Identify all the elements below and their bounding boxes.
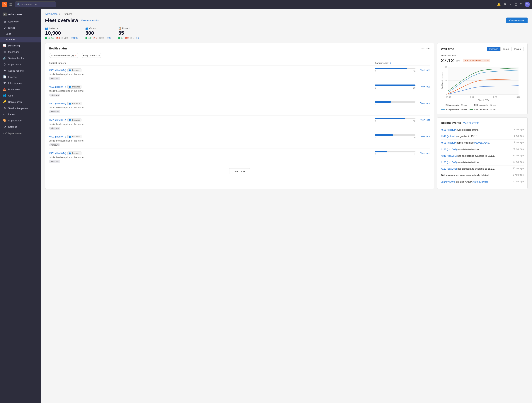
sidebar-item-settings[interactable]: ⚙ Settings [0,124,41,130]
sidebar-item-deploy-keys[interactable]: 🔑 Deploy keys [0,99,41,105]
instance-online: 10,200 [45,37,54,39]
idle-circle-icon [99,37,101,39]
help-icon[interactable]: ? [520,3,522,6]
breadcrumb-separator: / [59,12,60,15]
stats-row: 👥 Instance 10,900 10,200 ✕ 3 700 [45,27,528,39]
view-all-events-link[interactable]: View all events [463,122,479,124]
view-jobs-link[interactable]: View jobs [420,135,430,138]
notifications-icon[interactable]: 🔔 [497,3,501,6]
event-runner-link[interactable]: #341 (xciuvdL) [441,155,457,157]
user-avatar[interactable]: JS [525,2,530,7]
legend-99th-line [469,109,473,110]
legend-99th-value: 57 sec [490,108,496,111]
view-runners-link[interactable]: View runners list [81,19,99,22]
unhealthy-filter-tag[interactable]: Unhealthy runners (3) ✕ [49,53,79,58]
sidebar-item-license[interactable]: 📄 License [0,74,41,80]
event-runner-link[interactable]: #789 (iUxw3q) [473,180,488,183]
runner-link[interactable]: #501 (ldsdf0P-) [49,119,66,121]
sidebar-item-appearance[interactable]: 🎨 Appearance [0,117,41,124]
event-row: #123 (poxCe3) has an upgrade available t… [441,166,524,172]
sidebar-item-messages[interactable]: ✉ Messages [0,49,41,55]
event-user-link[interactable]: Johnny Smith [441,180,456,183]
sidebar-item-abuse-reports[interactable]: ⚑ Abuse reports [0,68,41,74]
view-jobs-link[interactable]: View jobs [420,69,430,71]
group-idle: 10 [99,37,104,39]
sidebar-item-geo[interactable]: 🌐 Geo [0,93,41,99]
progress-min: 0 [375,153,376,155]
view-jobs-link[interactable]: View jobs [420,102,430,105]
runner-link[interactable]: #501 (ldsdf0P-) [49,69,66,72]
stat-group-details: 290 ✕ 0 10 ↑ 101 [85,37,111,39]
progress-max: 20 [413,87,415,89]
menu-icon[interactable]: ☰ [8,2,13,7]
instance-never-connected: ↑ 10,000 [70,37,78,39]
sidebar-item-applications[interactable]: ⬡ Applications [0,61,41,68]
red-x-icon: ✕ [125,37,127,39]
view-jobs-link[interactable]: View jobs [420,86,430,88]
sidebar-item-labels[interactable]: 🏷 Labels [0,111,41,117]
tab-instance[interactable]: Instance [487,47,500,51]
event-runner-link[interactable]: #123 (poxCe3) [441,148,457,151]
runner-description: this is the description of the runner [49,123,430,125]
instance-type-icon: 👥 [69,69,71,71]
concurrency-help-icon: ℹ [390,62,391,64]
runner-link[interactable]: #501 (ldsdf0P-) [49,102,66,105]
create-runner-button[interactable]: Create runner [506,18,528,23]
view-jobs-link[interactable]: View jobs [420,119,430,121]
todos-icon[interactable]: ☑ [514,3,517,6]
breadcrumb-admin-link[interactable]: Admin Area [45,12,57,15]
stat-instance-details: 10,200 ✕ 3 700 ↑ 10,000 [45,37,78,39]
event-runner-link[interactable]: #123 (poxCe3) [441,161,457,164]
sidebar-item-label: Overview [8,20,19,23]
busy-icon: ⊙ [98,54,100,57]
legend-90th-line [441,109,445,110]
runner-link[interactable]: #501 (ldsdf0P-) [49,86,66,88]
event-row: Johnny Smith created runner #789 (iUxw3q… [441,179,524,185]
theme-icon[interactable]: 🖥 [504,3,507,6]
progress-bar [375,68,415,69]
appearance-icon: 🎨 [3,119,6,122]
tab-project[interactable]: Project [512,47,524,51]
admin-icon: A [3,12,7,16]
sidebar-item-jobs[interactable]: Jobs [0,31,41,37]
sidebar-admin-header: A Admin area [0,11,41,19]
runner-description: this is the description of the runner [49,106,430,109]
stat-project-type: 📋 Project [118,27,139,30]
view-jobs-link[interactable]: View jobs [420,152,430,155]
runner-link[interactable]: #501 (ldsdf0P-) [49,135,66,138]
event-runner-link[interactable]: #501 (ldsdf0P) [441,141,457,144]
sidebar-item-push-rules[interactable]: 📤 Push rules [0,86,41,93]
messages-icon: ✉ [3,50,6,54]
instance-type-icon: 👥 [69,136,71,138]
load-more-button[interactable]: Load more [229,168,250,174]
sidebar-item-monitoring[interactable]: 📈 Monitoring [0,43,41,49]
sidebar-item-overview[interactable]: ⊞ Overview [0,19,41,25]
event-time: 24 min ago [513,148,524,150]
busy-filter-tag[interactable]: Busy runners ⊙ [81,53,102,58]
red-x-icon: ✕ [56,37,58,39]
event-job-link[interactable]: #3991617168 [474,141,489,144]
sidebar-item-system-hooks[interactable]: 🔗 System hooks [0,55,41,61]
gitlab-logo[interactable]: G [2,2,7,7]
instance-type-icon: 👥 [69,102,71,105]
unhealthy-icon: ✕ [75,54,77,57]
event-runner-link[interactable]: #123 (poxCe3) [441,167,457,170]
search-box[interactable]: 🔍 Search GitLab [15,1,56,7]
never-connected-icon: ↑ [70,37,70,39]
sidebar-item-infrastructure[interactable]: 🏗 Infrastructure [0,80,41,86]
sidebar-item-service-templates[interactable]: ⚙ Service templates [0,105,41,111]
event-runner-link[interactable]: #501 (ldsdf0P) [441,128,457,131]
event-runner-link[interactable]: #341 (xciuvdL) [441,135,457,138]
sidebar-item-runners[interactable]: Runners [0,37,41,43]
legend-25th-value: 11 sec [461,104,467,106]
event-row: #123 (poxCe3) was detected offline. 30 m… [441,159,524,166]
sidebar-item-cicd[interactable]: ↺ CI/CD [0,25,41,31]
merge-requests-icon[interactable]: ⑂ [510,3,512,6]
collapse-sidebar-button[interactable]: « Collapse sidebar [0,130,41,137]
search-placeholder: Search GitLab [21,3,37,6]
tab-group[interactable]: Group [500,47,512,51]
runner-tag: windows [49,77,60,80]
actions-col: View jobs [415,86,430,88]
sidebar-item-label: Deploy keys [8,100,22,103]
runner-link[interactable]: #501 (ldsdf0P-) [49,152,66,155]
